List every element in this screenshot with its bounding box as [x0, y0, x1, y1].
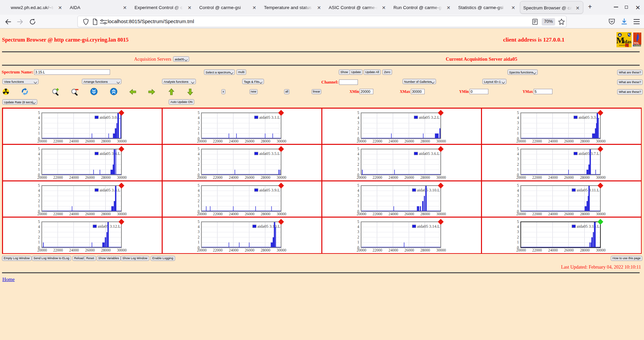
svg-text:30000: 30000: [436, 175, 446, 179]
svg-text:26000: 26000: [85, 212, 95, 216]
svg-text:3: 3: [38, 121, 40, 125]
svg-text:3: 3: [517, 230, 519, 234]
svg-text:22000: 22000: [213, 175, 222, 179]
svg-text:20000: 20000: [37, 212, 47, 216]
svg-text:5: 5: [38, 220, 40, 224]
svg-text:30000: 30000: [436, 248, 446, 252]
svg-text:POWERED: POWERED: [634, 45, 641, 47]
svg-text:26000: 26000: [85, 248, 95, 252]
svg-text:4: 4: [357, 225, 359, 229]
svg-text:5: 5: [517, 147, 519, 151]
svg-text:20000: 20000: [516, 175, 526, 179]
svg-text:28000: 28000: [101, 248, 111, 252]
svg-text:5: 5: [517, 183, 519, 187]
svg-text:aida05 3.13.L: aida05 3.13.L: [257, 224, 280, 229]
svg-text:22000: 22000: [213, 248, 222, 252]
svg-text:4: 4: [38, 225, 40, 229]
svg-text:1: 1: [357, 240, 359, 244]
svg-text:24000: 24000: [548, 212, 558, 216]
svg-text:22000: 22000: [373, 248, 382, 252]
svg-text:26000: 26000: [564, 248, 574, 252]
svg-text:3: 3: [357, 121, 359, 125]
svg-text:4: 4: [198, 225, 200, 229]
svg-text:22000: 22000: [373, 175, 382, 179]
svg-text:26000: 26000: [245, 175, 254, 179]
svg-text:24000: 24000: [388, 139, 398, 143]
svg-text:5: 5: [357, 147, 359, 151]
svg-text:22000: 22000: [532, 175, 542, 179]
svg-text:28000: 28000: [580, 175, 590, 179]
svg-text:28000: 28000: [261, 175, 270, 179]
svg-text:powered by: powered by: [619, 45, 626, 46]
svg-text:2: 2: [198, 126, 200, 130]
svg-text:22000: 22000: [53, 212, 63, 216]
svg-text:20000: 20000: [516, 139, 526, 143]
svg-text:24000: 24000: [388, 248, 398, 252]
svg-text:22000: 22000: [373, 139, 382, 143]
svg-text:5: 5: [357, 220, 359, 224]
svg-text:4: 4: [38, 188, 40, 192]
svg-text:5: 5: [357, 110, 359, 114]
svg-text:aida05 3.1.L: aida05 3.1.L: [259, 115, 280, 119]
svg-text:22000: 22000: [53, 248, 63, 252]
svg-text:5: 5: [517, 220, 519, 224]
svg-text:2: 2: [517, 126, 519, 130]
svg-text:22000: 22000: [213, 212, 222, 216]
svg-text:26000: 26000: [405, 248, 414, 252]
svg-text:3: 3: [198, 230, 200, 234]
svg-text:2: 2: [198, 235, 200, 239]
svg-text:aida05 3.15.L: aida05 3.15.L: [577, 224, 600, 229]
svg-text:aida05 3.14.L: aida05 3.14.L: [417, 224, 440, 229]
svg-text:1: 1: [517, 204, 519, 208]
svg-text:24000: 24000: [388, 212, 398, 216]
svg-text:28000: 28000: [580, 139, 590, 143]
svg-text:30000: 30000: [117, 139, 126, 143]
svg-text:20000: 20000: [357, 212, 366, 216]
svg-text:24000: 24000: [229, 139, 238, 143]
svg-text:28000: 28000: [261, 139, 270, 143]
svg-text:3: 3: [38, 230, 40, 234]
svg-text:aida05 3.6.L: aida05 3.6.L: [419, 151, 440, 156]
svg-text:22000: 22000: [53, 139, 63, 143]
svg-text:idas: idas: [623, 39, 632, 44]
svg-text:1: 1: [517, 131, 519, 135]
svg-text:24000: 24000: [69, 212, 79, 216]
svg-text:28000: 28000: [420, 248, 430, 252]
svg-text:3: 3: [38, 193, 40, 197]
svg-text:1: 1: [38, 240, 40, 244]
svg-text:TCL: TCL: [626, 46, 627, 47]
svg-text:26000: 26000: [564, 212, 574, 216]
svg-text:2: 2: [517, 199, 519, 203]
svg-text:26000: 26000: [245, 212, 254, 216]
svg-text:aida05 3.9.L: aida05 3.9.L: [259, 187, 280, 192]
svg-text:5: 5: [38, 183, 40, 187]
svg-text:30000: 30000: [596, 248, 606, 252]
svg-text:5: 5: [38, 147, 40, 151]
svg-text:2: 2: [198, 199, 200, 203]
svg-text:28000: 28000: [101, 175, 111, 179]
svg-text:26000: 26000: [405, 212, 414, 216]
svg-text:4: 4: [198, 188, 200, 192]
svg-text:26000: 26000: [564, 175, 574, 179]
svg-text:3: 3: [198, 157, 200, 161]
svg-text:28000: 28000: [420, 175, 430, 179]
svg-text:26000: 26000: [405, 175, 414, 179]
svg-text:22000: 22000: [532, 212, 542, 216]
svg-text:20000: 20000: [197, 175, 207, 179]
svg-text:24000: 24000: [388, 175, 398, 179]
svg-text:TCL: TCL: [634, 42, 640, 45]
svg-text:24000: 24000: [229, 248, 238, 252]
svg-text:3: 3: [357, 157, 359, 161]
svg-text:28000: 28000: [261, 212, 270, 216]
svg-text:30000: 30000: [596, 139, 606, 143]
svg-text:aida05 3.12.L: aida05 3.12.L: [98, 224, 120, 229]
svg-text:22000: 22000: [213, 139, 222, 143]
svg-text:4: 4: [198, 115, 200, 119]
svg-text:1: 1: [517, 240, 519, 244]
svg-text:28000: 28000: [580, 248, 590, 252]
svg-text:20000: 20000: [197, 212, 207, 216]
svg-text:2: 2: [517, 162, 519, 166]
svg-text:2: 2: [357, 235, 359, 239]
svg-text:1: 1: [357, 167, 359, 171]
svg-text:2: 2: [357, 126, 359, 130]
